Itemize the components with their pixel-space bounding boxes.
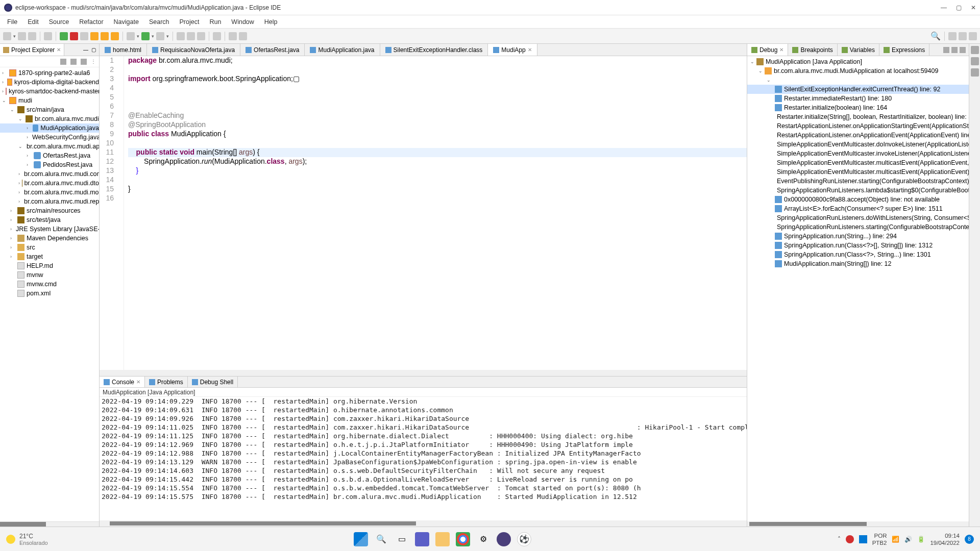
tree-node[interactable]: ⌄br.com.alura.mvc.mudi.api [0, 142, 99, 151]
notification-badge[interactable]: 8 [965, 535, 974, 544]
stack-frame[interactable]: Restarter.immediateRestart() line: 180 [747, 94, 969, 103]
stack-frame[interactable]: SimpleApplicationEventMulticaster.invoke… [747, 149, 969, 158]
close-tab-icon[interactable]: ✕ [779, 47, 783, 53]
twistie-icon[interactable]: › [10, 245, 15, 250]
tree-node[interactable]: HELP.md [0, 261, 99, 270]
menu-run[interactable]: Run [204, 17, 226, 27]
editor-tab[interactable]: home.html [100, 44, 147, 56]
pe-hscrollbar[interactable] [0, 521, 99, 527]
debug-dropdown-icon[interactable] [127, 32, 135, 40]
menu-window[interactable]: Window [226, 17, 259, 27]
close-tab-icon[interactable]: ✕ [136, 379, 140, 385]
bookmarks-view-icon[interactable] [971, 68, 979, 77]
debug-tab-variables[interactable]: Variables [838, 44, 879, 56]
tree-node[interactable]: ›br.com.alura.mvc.mudi.dto [0, 179, 99, 188]
twistie-icon[interactable]: › [18, 199, 20, 204]
editor-tab[interactable]: MudiApplication.java [305, 44, 380, 56]
stack-frame[interactable]: SpringApplication.run(Class<?>, String..… [747, 250, 969, 259]
console-tab-debug-shell[interactable]: Debug Shell [188, 377, 238, 387]
tree-node[interactable]: ⌄src/main/java [0, 105, 99, 114]
twistie-icon[interactable]: ⌄ [10, 107, 15, 112]
tree-node[interactable]: ›OfertasRest.java [0, 151, 99, 160]
weather-widget[interactable]: 21°C Ensolarado [6, 533, 48, 546]
twistie-icon[interactable]: ⌄ [2, 98, 7, 103]
tree-node[interactable]: ›PedidosRest.java [0, 160, 99, 169]
stack-frame[interactable]: Restarter.initialize(String[], boolean, … [747, 112, 969, 121]
max-icon[interactable] [960, 47, 966, 53]
console-hscrollbar[interactable] [100, 520, 747, 527]
debug-stack-tree[interactable]: ⌄MudiApplication [Java Application]⌄br.c… [747, 56, 969, 521]
stack-frame[interactable]: ⌄br.com.alura.mvc.mudi.MudiApplication a… [747, 66, 969, 76]
tasks-view-icon[interactable] [971, 57, 979, 65]
tree-node[interactable]: ›Maven Dependencies [0, 234, 99, 243]
debug-tab-debug[interactable]: Debug✕ [747, 44, 788, 56]
tree-node[interactable]: ›MudiApplication.java [0, 123, 99, 133]
stack-frame[interactable]: RestartApplicationListener.onApplication… [747, 131, 969, 140]
tray-chevron-icon[interactable]: ˄ [838, 536, 841, 543]
stack-frame[interactable]: SpringApplicationRunListeners.starting(C… [747, 222, 969, 232]
search-button[interactable]: 🔍 [374, 532, 388, 546]
open-type-icon[interactable] [197, 32, 205, 40]
step-return-icon[interactable] [111, 32, 119, 40]
tree-node[interactable]: ›src/main/resources [0, 206, 99, 215]
new-icon[interactable] [3, 32, 11, 40]
twistie-icon[interactable]: › [27, 126, 31, 131]
stack-frame[interactable]: SpringApplication.run(String...) line: 2… [747, 232, 969, 241]
run-icon[interactable] [60, 32, 68, 40]
console-tab-console[interactable]: Console✕ [100, 377, 145, 387]
collapse-all-icon[interactable] [60, 59, 66, 65]
editor-tab[interactable]: RequisicaoNovaOferta.java [147, 44, 240, 56]
tree-node[interactable]: ›br.com.alura.mvc.mudi.controller [0, 169, 99, 179]
link-editor-icon[interactable] [70, 59, 77, 65]
new-package-icon[interactable] [187, 32, 195, 40]
battery-icon[interactable]: 🔋 [917, 536, 925, 543]
back-icon[interactable] [229, 32, 237, 40]
search-icon[interactable] [213, 32, 221, 40]
twistie-icon[interactable]: › [27, 162, 32, 167]
tree-node[interactable]: ›1870-spring-parte2-aula6 [0, 68, 99, 78]
tray-onedrive-icon[interactable] [859, 535, 867, 543]
tree-node[interactable]: ›kyros-diploma-digital-backend [0, 78, 99, 87]
start-button[interactable] [354, 532, 368, 546]
perspective-debug-icon[interactable] [959, 32, 967, 40]
menu-project[interactable]: Project [175, 17, 205, 27]
save-all-icon[interactable] [28, 32, 36, 40]
tree-node[interactable]: ›src [0, 243, 99, 252]
console-output[interactable]: 2022-04-19 09:14:09.229 INFO 18700 --- [… [100, 397, 747, 520]
minimize-button[interactable]: — [941, 4, 947, 11]
twistie-icon[interactable]: › [18, 171, 20, 177]
new-class-icon[interactable] [177, 32, 185, 40]
debug-tab-expressions[interactable]: Expressions [879, 44, 929, 56]
twistie-icon[interactable]: › [2, 70, 7, 76]
code-editor[interactable]: 12345678910111213141516 package br.com.a… [100, 56, 747, 370]
menu-navigate[interactable]: Navigate [109, 17, 144, 27]
tree-node[interactable]: mvnw.cmd [0, 280, 99, 289]
tray-security-icon[interactable] [846, 535, 854, 543]
run-dropdown-icon[interactable] [141, 32, 150, 40]
filter-icon[interactable] [81, 59, 87, 65]
menu-help[interactable]: Help [259, 17, 283, 27]
twistie-icon[interactable]: ⌄ [758, 68, 765, 73]
console-tab-problems[interactable]: Problems [145, 377, 188, 387]
layout-icon[interactable] [943, 47, 949, 53]
step-over-icon[interactable] [101, 32, 109, 40]
debug-hscrollbar[interactable] [747, 521, 969, 527]
stack-frame[interactable]: EventPublishingRunListener.starting(Conf… [747, 177, 969, 186]
file-explorer-icon[interactable] [435, 532, 450, 546]
settings-icon[interactable]: ⚙ [476, 532, 491, 546]
tree-node[interactable]: ›WebSecurityConfig.java [0, 133, 99, 142]
twistie-icon[interactable]: › [10, 217, 15, 222]
tree-node[interactable]: ›target [0, 252, 99, 261]
twistie-icon[interactable]: ⌄ [18, 144, 22, 149]
stack-frame[interactable]: ⌄MudiApplication [Java Application] [747, 57, 969, 66]
stack-frame[interactable]: SpringApplication.run(Class<?>[], String… [747, 241, 969, 250]
tree-node[interactable]: ›br.com.alura.mvc.mudi.repository [0, 197, 99, 206]
debug-tab-breakpoints[interactable]: Breakpoints [788, 44, 837, 56]
stack-frame[interactable]: SimpleApplicationEventMulticaster.multic… [747, 158, 969, 167]
app-icon[interactable]: ⚽ [517, 532, 531, 546]
stack-frame[interactable]: SimpleApplicationEventMulticaster.doInvo… [747, 140, 969, 149]
maximize-button[interactable]: ▢ [956, 4, 962, 11]
twistie-icon[interactable]: › [2, 89, 4, 94]
stack-frame[interactable]: SimpleApplicationEventMulticaster.multic… [747, 167, 969, 177]
twistie-icon[interactable]: › [18, 181, 20, 186]
